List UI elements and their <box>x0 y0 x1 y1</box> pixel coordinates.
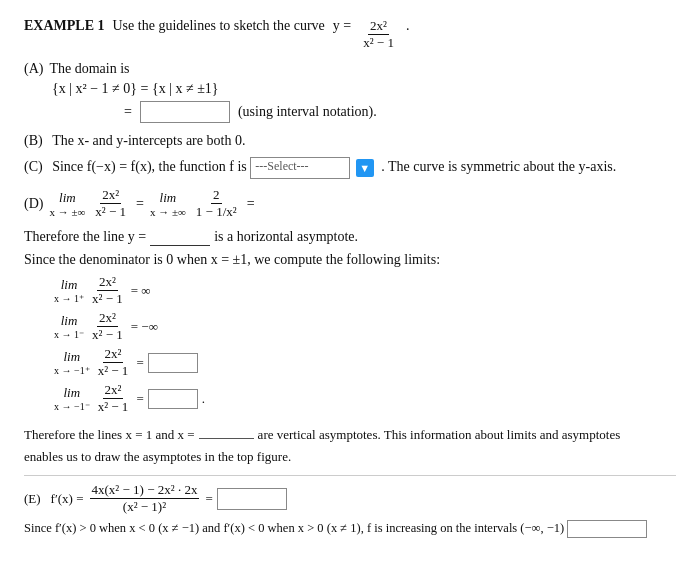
section-B: (B) The x- and y-intercepts are both 0. <box>24 133 676 149</box>
fraction-denominator: x² − 1 <box>361 35 396 51</box>
interval-note: (using interval notation). <box>238 104 377 120</box>
section-A-label: (A) <box>24 61 43 77</box>
lim1-word2: lim <box>61 313 78 329</box>
lim1-result: = −∞ <box>131 319 158 335</box>
lim1-den: x² − 1 <box>90 327 125 343</box>
section-D-label: (D) <box>24 196 43 212</box>
section-E-equation: (E) f′(x) = 4x(x² − 1) − 2x² · 2x (x² − … <box>24 482 676 515</box>
set1: {x | x² − 1 ≠ 0} <box>52 81 137 96</box>
lim2-word2: lim <box>64 349 81 365</box>
example-header: EXAMPLE 1 Use the guidelines to sketch t… <box>24 18 676 51</box>
section-E: (E) f′(x) = 4x(x² − 1) − 2x² · 2x (x² − … <box>24 475 676 538</box>
lim2-frac: 2x² x² − 1 <box>96 346 131 379</box>
section-D: (D) lim x → ±∞ 2x² x² − 1 = lim x → ±∞ 2… <box>24 187 676 220</box>
D-frac2-den: 1 − 1/x² <box>194 204 239 220</box>
lim2-num: 2x² <box>103 346 124 363</box>
lim3-under: x → −1⁻ <box>54 401 90 412</box>
lim2-eq: = <box>136 355 143 371</box>
set2: {x | x ≠ ±1} <box>152 81 219 96</box>
lim2-input[interactable] <box>148 353 198 373</box>
E-num: 4x(x² − 1) − 2x² · 2x <box>90 482 200 499</box>
therefore-text2: are vertical asymptotes. This informatio… <box>258 427 621 443</box>
asymptote-y-input[interactable] <box>150 228 210 246</box>
set-equals2: = <box>124 104 132 120</box>
denom-text: Since the denominator is 0 when x = ±1, … <box>24 252 440 267</box>
section-A-text: The domain is <box>49 61 129 77</box>
lim3-num: 2x² <box>103 382 124 399</box>
D-frac1-num: 2x² <box>100 187 121 204</box>
limit-row-1: lim x → 1⁻ 2x² x² − 1 = −∞ <box>54 310 676 343</box>
example-instruction: Use the guidelines to sketch the curve <box>113 18 325 34</box>
limit-row-3: lim x → −1⁻ 2x² x² − 1 = . <box>54 382 676 415</box>
D-eq2: = <box>247 196 255 212</box>
lim0-num: 2x² <box>97 274 118 291</box>
lim0-result: = ∞ <box>131 283 151 299</box>
fraction-numerator: 2x² <box>368 18 389 35</box>
lim2-word: lim <box>160 190 177 206</box>
section-B-text: The x- and y-intercepts are both 0. <box>52 133 245 148</box>
section-C-text2: . The curve is symmetric about the y-axi… <box>381 159 616 174</box>
section-B-label: (B) <box>24 133 43 148</box>
domain-input[interactable] <box>140 101 230 123</box>
set-equals1: = <box>141 81 152 96</box>
asymptote-text1: Therefore the line y = <box>24 229 146 245</box>
lim2-den: x² − 1 <box>96 363 131 379</box>
E-fraction: 4x(x² − 1) − 2x² · 2x (x² − 1)² <box>90 482 200 515</box>
asymptote-text2: is a horizontal asymptote. <box>214 229 358 245</box>
lim1-under2: x → 1⁻ <box>54 329 84 340</box>
lim3-period: . <box>202 391 205 407</box>
fprime-result-input[interactable] <box>217 488 287 510</box>
y-equals: y = <box>333 18 351 34</box>
domain-set: {x | x² − 1 ≠ 0} = {x | x ≠ ±1} <box>52 81 676 97</box>
D-frac1-den: x² − 1 <box>93 204 128 220</box>
denom-section: Since the denominator is 0 when x = ±1, … <box>24 252 676 268</box>
since-text: Since f′(x) > 0 when x < 0 (x ≠ −1) and … <box>24 521 564 535</box>
D-eq1: = <box>136 196 144 212</box>
E-den: (x² − 1)² <box>121 499 168 515</box>
section-C-label: (C) <box>24 159 43 174</box>
lim0-under: x → 1⁺ <box>54 293 84 304</box>
vert-asymptote-input[interactable] <box>199 421 254 439</box>
example-label: EXAMPLE 1 <box>24 18 105 34</box>
select-arrow-icon[interactable]: ▼ <box>356 159 374 177</box>
lim0-den: x² − 1 <box>90 291 125 307</box>
therefore-text3: enables us to draw the asymptotes in the… <box>24 449 676 465</box>
lim0-word: lim <box>61 277 78 293</box>
lim3-eq: = <box>136 391 143 407</box>
main-fraction: 2x² x² − 1 <box>361 18 396 51</box>
fprime-label: f′(x) = <box>51 491 84 507</box>
section-C-text1: Since f(−x) = f(x), the function f is <box>52 159 247 174</box>
lim1-frac: 2x² x² − 1 <box>90 310 125 343</box>
therefore-text1: Therefore the lines x = 1 and x = <box>24 427 195 443</box>
lim1-num: 2x² <box>97 310 118 327</box>
lim2-under: x → ±∞ <box>150 206 186 218</box>
D-frac2-num: 2 <box>211 187 222 204</box>
section-C: (C) Since f(−x) = f(x), the function f i… <box>24 157 676 179</box>
lim1-word: lim <box>59 190 76 206</box>
section-A: (A) The domain is {x | x² − 1 ≠ 0} = {x … <box>24 61 676 123</box>
lim3-word: lim <box>64 385 81 401</box>
E-equals: = <box>205 491 212 507</box>
lim2-under2: x → −1⁺ <box>54 365 90 376</box>
horiz-asymptote-line: Therefore the line y = is a horizontal a… <box>24 228 676 246</box>
lim3-input[interactable] <box>148 389 198 409</box>
lim1-under: x → ±∞ <box>49 206 85 218</box>
period: . <box>406 18 410 34</box>
section-E-since: Since f′(x) > 0 when x < 0 (x ≠ −1) and … <box>24 519 676 538</box>
lim3-frac: 2x² x² − 1 <box>96 382 131 415</box>
lim3-den: x² − 1 <box>96 399 131 415</box>
section-E-label: (E) <box>24 491 41 507</box>
D-fraction1: 2x² x² − 1 <box>93 187 128 220</box>
limit-row-0: lim x → 1⁺ 2x² x² − 1 = ∞ <box>54 274 676 307</box>
lim0-frac: 2x² x² − 1 <box>90 274 125 307</box>
D-fraction2: 2 1 − 1/x² <box>194 187 239 220</box>
therefore-vertical: Therefore the lines x = 1 and x = are ve… <box>24 421 676 443</box>
symmetry-select[interactable]: ---Select--- <box>250 157 350 179</box>
limit-row-2: lim x → −1⁺ 2x² x² − 1 = <box>54 346 676 379</box>
interval-input[interactable] <box>567 520 647 538</box>
